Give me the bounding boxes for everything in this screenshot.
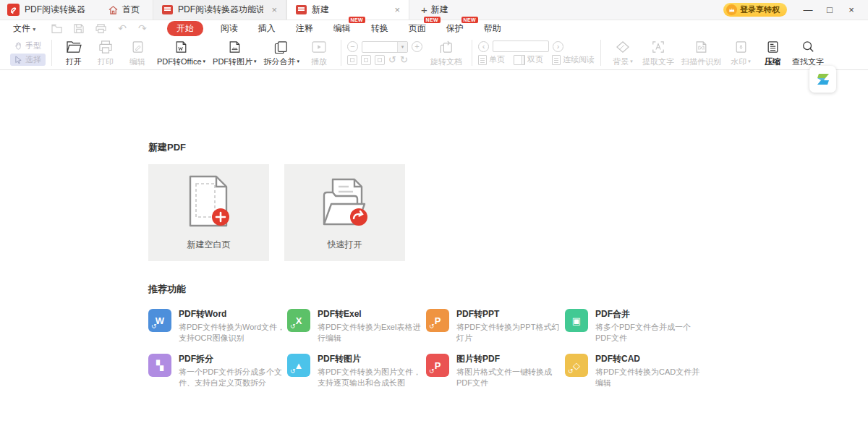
menu-tab-start[interactable]: 开始 (167, 21, 203, 36)
watermark-button[interactable]: 水印▾ (725, 39, 757, 67)
feature-pdf-split[interactable]: ▚ PDF拆分 将一个PDF文件拆分成多个文件、支持自定义页数拆分 (148, 354, 287, 388)
continuous-read-label: 连续阅读 (563, 54, 595, 65)
prev-page-icon[interactable]: ‹ (478, 41, 489, 52)
pdf-to-image-button[interactable]: PDF转图片▾ (209, 39, 260, 67)
pdf-merge-icon: ▣ (565, 309, 588, 332)
new-pdf-heading: 新建PDF (148, 141, 868, 154)
select-tool-button[interactable]: 选择 (10, 54, 46, 66)
menu-tab-page[interactable]: 页面 NEW (409, 22, 426, 35)
next-page-icon[interactable]: › (553, 41, 563, 52)
compress-label: 压缩 (765, 56, 780, 67)
menu-tab-help[interactable]: 帮助 (484, 22, 501, 35)
menu-tab-edit[interactable]: 编辑 NEW (333, 22, 351, 35)
menu-tab-annotate[interactable]: 注释 (296, 22, 313, 35)
divider (341, 40, 341, 66)
single-page-button[interactable]: 单页 (478, 54, 505, 65)
extract-text-icon (652, 41, 665, 54)
feature-pdf-to-word[interactable]: W ↺ PDF转Word 将PDF文件转换为Word文件，支持OCR图像识别 (148, 309, 287, 344)
rotate-doc-icon (439, 41, 454, 54)
rotate-doc-button[interactable]: 旋转文档 (427, 39, 466, 67)
minimize-icon[interactable]: — (797, 0, 819, 20)
window-controls: — □ × (797, 0, 862, 20)
redo-icon[interactable]: ↷ (138, 22, 147, 34)
split-merge-label: 拆分合并 (264, 56, 296, 67)
extract-text-button[interactable]: 提取文字 (639, 39, 678, 67)
scan-ocr-button[interactable]: 扫描件识别 (678, 39, 725, 67)
edit-button[interactable]: 编辑 (122, 39, 153, 67)
pdf-file-icon (296, 5, 307, 14)
feature-pdf-to-cad[interactable]: ◇ ↺ PDF转CAD 将PDF文件转换为CAD文件并编辑 (565, 354, 704, 388)
select-tool-label: 选择 (25, 54, 41, 65)
tab-new-document-label: 新建 (312, 4, 386, 16)
new-blank-page-card[interactable]: 新建空白页 (148, 164, 269, 261)
pdf-split-icon: ▚ (148, 354, 171, 377)
titlebar-spacer (460, 0, 723, 20)
main-content: 新建PDF 新建空白页 (0, 70, 868, 399)
play-button[interactable]: 播放 (303, 39, 335, 67)
edit-page-icon (132, 41, 144, 54)
new-badge: NEW (424, 17, 441, 23)
close-icon[interactable]: × (841, 0, 862, 20)
page-nav-group: ‹ › 单页 双页 连续阅读 (478, 41, 595, 65)
open-file-icon[interactable] (51, 24, 62, 33)
login-vip-button[interactable]: 登录享特权 (723, 3, 787, 17)
page-number-input[interactable] (493, 41, 549, 52)
tab-document-close-icon[interactable]: × (268, 4, 280, 15)
pdf-to-office-button[interactable]: PDF转Office▾ (153, 39, 209, 67)
background-button[interactable]: 背景▾ (607, 39, 639, 67)
extract-text-label: 提取文字 (642, 56, 674, 67)
pdf-to-ppt-icon: P ↺ (426, 309, 449, 332)
feature-title: PDF转图片 (318, 354, 426, 364)
split-merge-button[interactable]: 拆分合并▾ (260, 39, 304, 67)
maximize-icon[interactable]: □ (819, 0, 841, 20)
print-button[interactable]: 打印 (90, 39, 122, 67)
tab-document[interactable]: PDF阅读转换器功能说明.pdf × (153, 0, 286, 20)
actual-size-icon[interactable] (375, 55, 385, 65)
new-blank-page-label: 新建空白页 (187, 239, 231, 251)
tab-new-document[interactable]: 新建 × (286, 0, 409, 20)
quick-open-card[interactable]: 快速打开 (284, 164, 405, 261)
tab-home[interactable]: 首页 (95, 0, 153, 20)
feature-pdf-to-excel[interactable]: X ↺ PDF转Exel 将PDF文件转换为Exel表格进行编辑 (287, 309, 426, 344)
quick-open-label: 快速打开 (328, 239, 362, 251)
menu-tab-protect[interactable]: 保护 NEW (446, 22, 464, 35)
print-label: 打印 (98, 56, 114, 67)
rotate-right-icon[interactable]: ↻ (400, 55, 408, 64)
compress-button[interactable]: 压缩 (757, 39, 788, 67)
chevron-down-icon: ▾ (630, 59, 633, 64)
hand-tool-button[interactable]: 手型 (10, 40, 46, 52)
feature-pdf-to-image[interactable]: ▲ ↺ PDF转图片 将PDF文件转换为图片文件，支持逐页输出和合成长图 (287, 354, 426, 388)
undo-icon[interactable]: ↶ (118, 22, 127, 34)
scan-ocr-label: 扫描件识别 (681, 56, 721, 67)
divider (472, 40, 472, 66)
fit-page-icon[interactable] (347, 55, 357, 65)
pdf-to-excel-icon: X ↺ (287, 309, 310, 332)
feature-image-to-pdf[interactable]: P ↺ 图片转PDF 将图片格式文件一键转换成PDF文件 (426, 354, 565, 388)
continuous-read-button[interactable]: 连续阅读 (552, 54, 595, 65)
find-text-button[interactable]: 查找文字 (788, 39, 827, 67)
print-icon[interactable] (95, 24, 106, 33)
menu-tab-insert[interactable]: 插入 (258, 22, 276, 35)
feature-desc: 将PDF文件转换为CAD文件并编辑 (595, 367, 704, 388)
tab-new-document-close-icon[interactable]: × (391, 4, 403, 15)
feature-pdf-merge[interactable]: ▣ PDF合并 将多个PDF文件合并成一个PDF文件 (565, 309, 704, 344)
open-button[interactable]: 打开 (58, 39, 90, 67)
fit-width-icon[interactable] (361, 55, 371, 65)
menu-tab-read[interactable]: 阅读 (221, 22, 238, 35)
feature-desc: 将多个PDF文件合并成一个PDF文件 (595, 322, 704, 344)
compress-icon (767, 41, 779, 54)
brand-float-logo[interactable] (809, 66, 836, 93)
menu-file[interactable]: 文件 ▾ (13, 22, 35, 35)
rotate-left-icon[interactable]: ↺ (388, 55, 396, 64)
zoom-in-icon[interactable]: + (412, 41, 422, 52)
menu-tab-convert[interactable]: 转换 (371, 22, 388, 35)
plus-icon: + (421, 4, 427, 16)
zoom-level-select[interactable]: ▾ (362, 41, 408, 53)
double-page-button[interactable]: 双页 (514, 54, 543, 65)
feature-desc: 将一个PDF文件拆分成多个文件、支持自定义页数拆分 (179, 367, 287, 388)
feature-title: PDF转PPT (456, 309, 565, 319)
save-icon[interactable] (74, 24, 84, 33)
feature-pdf-to-ppt[interactable]: P ↺ PDF转PPT 将PDF文件转换为PPT格式幻灯片 (426, 309, 565, 344)
play-icon (312, 41, 326, 53)
zoom-out-icon[interactable]: − (347, 41, 358, 52)
